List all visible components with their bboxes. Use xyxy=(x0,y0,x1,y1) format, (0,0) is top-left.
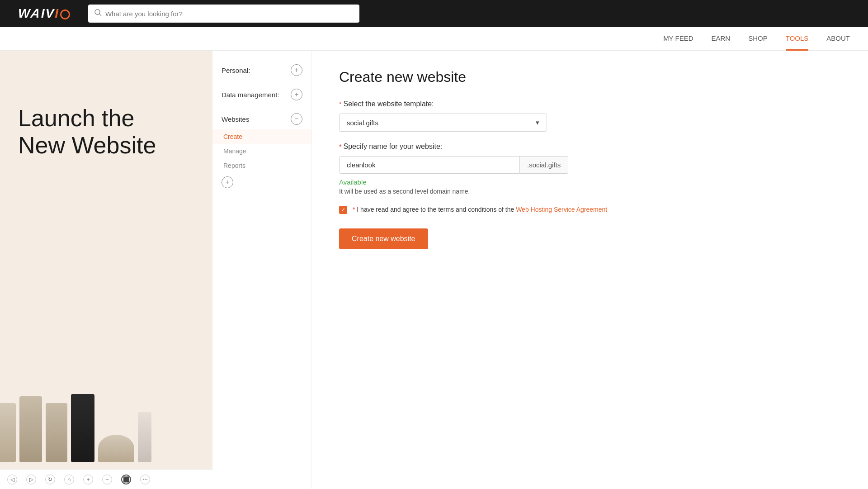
product-1 xyxy=(0,403,16,462)
sidebar-item-reports[interactable]: Reports xyxy=(212,158,311,173)
hero-line2: New Website xyxy=(18,132,156,159)
sidebar-item-create[interactable]: Create xyxy=(212,129,311,144)
bottom-toolbar: ◁ ▷ ↻ ⌂ + − ⬛ ⋯ xyxy=(0,469,212,489)
search-input[interactable] xyxy=(105,10,353,18)
logo-o: I xyxy=(55,6,59,20)
logo: WAIVI xyxy=(18,6,70,21)
agreement-star: * xyxy=(353,206,355,213)
agreement-text: * I have read and agree to the terms and… xyxy=(353,206,607,213)
name-input-row: .social.gifts xyxy=(339,156,841,174)
search-bar[interactable] xyxy=(88,5,359,23)
nav-about[interactable]: ABOUT xyxy=(826,27,850,51)
logo-circle xyxy=(60,9,70,19)
toolbar-record-icon[interactable]: ⬛ xyxy=(121,475,131,484)
toolbar-settings-icon[interactable]: ⋯ xyxy=(140,475,150,484)
svg-line-1 xyxy=(99,14,101,16)
sidebar-item-manage[interactable]: Manage xyxy=(212,144,311,158)
checkmark-icon: ✓ xyxy=(341,207,345,213)
toolbar-home-icon[interactable]: ⌂ xyxy=(64,475,74,484)
dropdown-arrow-icon: ▾ xyxy=(536,119,539,127)
domain-suffix: .social.gifts xyxy=(520,156,568,174)
nav-earn[interactable]: EARN xyxy=(712,27,731,51)
sidebar-add-more[interactable]: + xyxy=(212,173,311,192)
sidebar-data-label: Data management: xyxy=(222,91,279,99)
website-name-input[interactable] xyxy=(339,156,520,174)
logo-text: WAIVI xyxy=(18,6,70,21)
product-5 xyxy=(98,435,134,462)
template-required-star: * xyxy=(339,100,341,108)
top-nav: WAIVI xyxy=(0,0,868,27)
main-content: Launch the New Website ◁ ▷ ↻ ⌂ + xyxy=(0,51,868,489)
nav-tools[interactable]: TOOLS xyxy=(786,27,809,51)
create-website-button[interactable]: Create new website xyxy=(339,228,428,249)
sidebar-websites-label: Websites xyxy=(222,115,249,123)
toolbar-refresh-icon[interactable]: ↻ xyxy=(45,475,55,484)
form-area: Create new website * Select the website … xyxy=(312,51,868,489)
sidebar-websites-collapse-icon[interactable]: − xyxy=(291,113,302,125)
sidebar-personal-section: Personal: + xyxy=(212,60,311,81)
product-images xyxy=(0,394,151,462)
sidebar: Personal: + Data management: + Websites … xyxy=(212,51,312,489)
sidebar-data-management[interactable]: Data management: + xyxy=(212,84,311,105)
name-section: * Specify name for your website: .social… xyxy=(339,142,841,195)
right-panel: Personal: + Data management: + Websites … xyxy=(212,51,868,489)
sidebar-personal-expand-icon[interactable]: + xyxy=(291,64,302,76)
sidebar-add-icon[interactable]: + xyxy=(222,176,233,188)
name-label: * Specify name for your website: xyxy=(339,142,841,151)
sidebar-personal-label: Personal: xyxy=(222,66,250,74)
sidebar-data-section: Data management: + xyxy=(212,84,311,105)
sidebar-websites-section: Websites − Create Manage Reports + xyxy=(212,109,311,192)
sidebar-websites[interactable]: Websites − xyxy=(212,109,311,129)
template-dropdown[interactable]: social.gifts ▾ xyxy=(339,114,547,132)
product-3 xyxy=(46,403,67,462)
product-6 xyxy=(138,412,151,462)
toolbar-zoom-in-icon[interactable]: + xyxy=(83,475,93,484)
available-status: Available xyxy=(339,178,841,186)
product-2 xyxy=(19,396,42,462)
left-panel: Launch the New Website ◁ ▷ ↻ ⌂ + xyxy=(0,51,212,489)
template-value: social.gifts xyxy=(347,119,378,127)
search-icon xyxy=(94,9,102,18)
template-section: * Select the website template: social.gi… xyxy=(339,100,841,132)
toolbar-back-icon[interactable]: ◁ xyxy=(7,475,17,484)
nav-shop[interactable]: SHOP xyxy=(748,27,768,51)
agreement-row: ✓ * I have read and agree to the terms a… xyxy=(339,206,841,214)
toolbar-forward-icon[interactable]: ▷ xyxy=(26,475,36,484)
page-wrapper: WAIVI MY FEED EARN SHOP TOOLS ABOUT Laun… xyxy=(0,0,868,489)
sidebar-personal[interactable]: Personal: + xyxy=(212,60,311,81)
template-label: * Select the website template: xyxy=(339,100,841,108)
toolbar-zoom-out-icon[interactable]: − xyxy=(102,475,112,484)
product-4 xyxy=(71,394,94,462)
agreement-link[interactable]: Web Hosting Service Agreement xyxy=(516,206,607,213)
form-title: Create new website xyxy=(339,69,841,85)
secondary-nav: MY FEED EARN SHOP TOOLS ABOUT xyxy=(0,27,868,51)
name-required-star: * xyxy=(339,143,341,150)
hero-line1: Launch the xyxy=(18,105,156,132)
hero-text: Launch the New Website xyxy=(18,105,156,159)
sidebar-data-expand-icon[interactable]: + xyxy=(291,89,302,100)
nav-myfeed[interactable]: MY FEED xyxy=(663,27,693,51)
agreement-checkbox[interactable]: ✓ xyxy=(339,206,347,214)
domain-hint: It will be used as a second level domain… xyxy=(339,188,841,195)
